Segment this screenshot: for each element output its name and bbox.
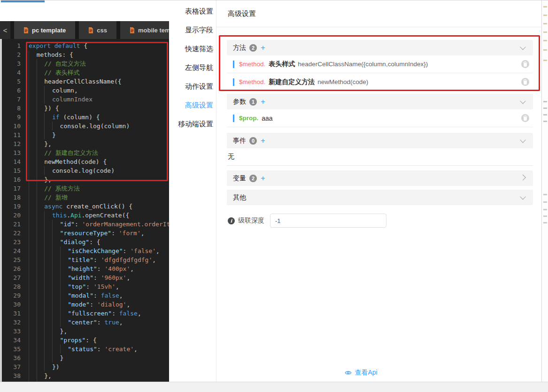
code-line[interactable]: 3 // 自定义方法 [0, 59, 169, 68]
code-line[interactable]: 26 "height": '400px', [0, 264, 169, 273]
nav-item-action-settings[interactable]: 动作设置 [169, 77, 216, 96]
code-line[interactable]: 18 // 新增 [0, 193, 169, 202]
code-line[interactable]: 37 }) [0, 362, 169, 371]
code-line[interactable]: 35 "status": 'create', [0, 345, 169, 354]
code-line[interactable]: 20 this.Api.openCreate({ [0, 211, 169, 220]
indent-guide [37, 291, 45, 300]
code-line[interactable]: 10 console.log(column) [0, 122, 169, 131]
code-line[interactable]: 33 }, [0, 327, 169, 336]
code-line[interactable]: 29 "modal": false, [0, 291, 169, 300]
indent-guide [44, 327, 52, 336]
code-line[interactable]: 32 "center": true, [0, 318, 169, 327]
prop-row[interactable]: $prop. aaa [227, 109, 533, 127]
code-editor-panel: < pc templatecssmobile tem 1export defau… [0, 21, 169, 382]
section-params-header[interactable]: 参数 1 + [227, 94, 533, 109]
code-line[interactable]: 38 }, [0, 371, 169, 380]
method-row[interactable]: $method. 表头样式 headerCellClassName({colum… [227, 55, 533, 73]
code-area[interactable]: 1export default {2 methods: {3 // 自定义方法4… [0, 39, 169, 382]
code-line[interactable]: 14 newMethod(code) { [0, 157, 169, 166]
add-var-button[interactable]: + [261, 174, 265, 183]
indent-guide [37, 300, 45, 309]
code-line[interactable]: 17 // 系统方法 [0, 184, 169, 193]
code-line[interactable]: 16 }, [0, 175, 169, 184]
code-line[interactable]: 12 }, [0, 139, 169, 148]
indent-guide [29, 122, 37, 131]
indent-guide [37, 238, 45, 246]
chevron-down-icon[interactable] [520, 44, 526, 50]
line-number: 10 [0, 122, 21, 131]
indent-guide [29, 184, 37, 193]
delete-button[interactable] [521, 78, 529, 86]
prop-tag: $prop. [239, 115, 258, 122]
chevron-down-icon[interactable] [520, 137, 526, 143]
tab-mobile-template[interactable]: mobile tem [120, 21, 169, 39]
code-line[interactable]: 7 columnIndex [0, 95, 169, 104]
code-line[interactable]: 2 methods: { [0, 50, 169, 59]
tab-css[interactable]: css [79, 21, 116, 39]
chevron-down-icon[interactable] [520, 98, 526, 104]
line-number: 6 [0, 86, 21, 95]
code-line[interactable]: 27 "width": '960px', [0, 273, 169, 282]
accent-bar [233, 78, 234, 86]
minimap-mark [543, 101, 547, 102]
code-line[interactable]: 6 column, [0, 86, 169, 95]
code-line[interactable]: 1export default { [0, 41, 169, 50]
tab-scroll-left-button[interactable]: < [0, 21, 10, 39]
code-line[interactable]: 23 "dialog": { [0, 238, 169, 246]
code-line[interactable]: 19 async create_onClick() { [0, 202, 169, 211]
delete-button[interactable] [521, 114, 529, 122]
code-line[interactable]: 13 // 新建自定义方法 [0, 148, 169, 157]
chevron-right-icon[interactable] [520, 175, 526, 181]
nav-item-table-settings[interactable]: 表格设置 [169, 2, 216, 21]
indent-guide [60, 309, 68, 318]
code-line[interactable]: 25 "title": 'dfgdfgdfgdfg', [0, 255, 169, 264]
prop-name: aaa [262, 115, 272, 122]
code-line[interactable]: 9 if (column) { [0, 113, 169, 122]
nav-item-mobile-settings[interactable]: 移动端设置 [169, 115, 216, 133]
indent-guide [37, 139, 45, 148]
code-line[interactable]: 31 "fullscreen": false, [0, 309, 169, 318]
section-other-header[interactable]: 其他 [227, 190, 533, 205]
code-line[interactable]: 24 "isCheckChange": 'false', [0, 246, 169, 255]
code-line[interactable]: 21 "id": 'orderManagement.orderIte [0, 220, 169, 229]
tab-pc-template[interactable]: pc template [14, 21, 75, 39]
code-line[interactable]: 8 }) { [0, 104, 169, 113]
indent-guide [37, 184, 45, 193]
chevron-down-icon[interactable] [520, 194, 526, 200]
line-number: 2 [0, 50, 21, 59]
section-events-header[interactable]: 事件 0 + [227, 133, 533, 148]
code-line[interactable]: 36 } [0, 354, 169, 362]
minimap-strip[interactable] [541, 0, 548, 382]
indent-guide [52, 238, 60, 246]
accent-bar [233, 115, 234, 122]
method-row[interactable]: $method. 新建自定义方法 newMethod(code) [227, 73, 533, 91]
nav-item-quick-filter[interactable]: 快速筛选 [169, 39, 216, 58]
nav-item-left-nav[interactable]: 左侧导航 [169, 58, 216, 77]
view-api-link[interactable]: 查看Api [216, 369, 506, 377]
code-line[interactable]: 4 // 表头样式 [0, 68, 169, 77]
section-vars-header[interactable]: 变量 2 + [227, 170, 533, 186]
accent-bar [233, 61, 234, 68]
code-line[interactable]: 15 console.log(code) [0, 166, 169, 175]
line-number: 28 [0, 282, 21, 291]
section-methods-header[interactable]: 方法 2 + [227, 40, 533, 55]
delete-button[interactable] [521, 60, 529, 68]
add-event-button[interactable]: + [261, 136, 265, 146]
code-line[interactable]: 28 "top": '15vh', [0, 282, 169, 291]
code-line[interactable]: 22 "resourceType": 'form', [0, 229, 169, 238]
code-line[interactable]: 11 } [0, 131, 169, 139]
code-line[interactable]: 5 headerCellClassName({ [0, 77, 169, 86]
indent-guide [52, 220, 60, 229]
line-number: 17 [0, 184, 21, 193]
indent-guide [44, 264, 52, 273]
line-number: 23 [0, 238, 21, 246]
tab-label: pc template [32, 27, 66, 34]
code-line[interactable]: 30 "mode": 'dialog', [0, 300, 169, 309]
indent-guide [29, 175, 37, 184]
nav-item-display-fields[interactable]: 显示字段 [169, 21, 216, 39]
nav-item-advanced-settings[interactable]: 高级设置 [169, 96, 216, 115]
add-method-button[interactable]: + [261, 43, 265, 53]
add-param-button[interactable]: + [261, 97, 265, 107]
code-line[interactable]: 34 "props": { [0, 336, 169, 345]
cascade-depth-input[interactable] [270, 214, 386, 228]
